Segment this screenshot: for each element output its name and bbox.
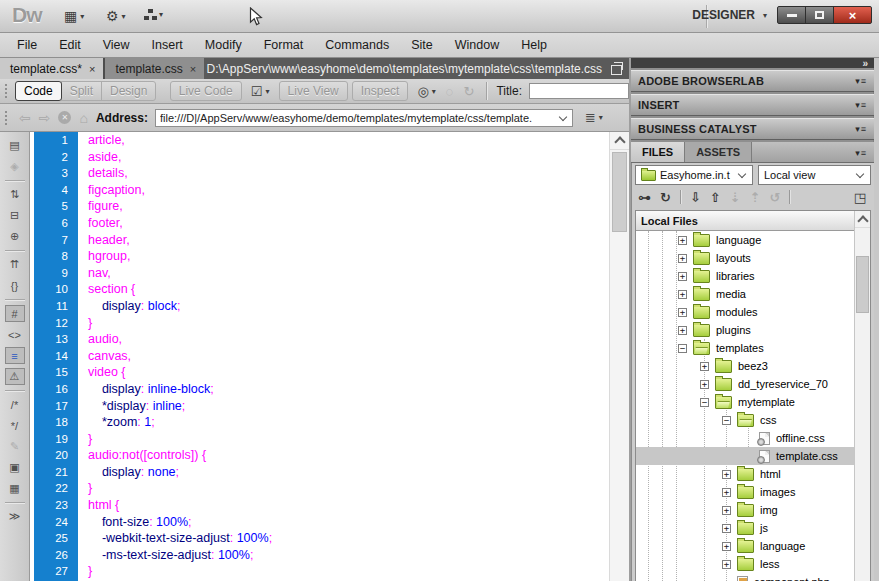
local-files-column-header[interactable]: Local Files — [636, 211, 854, 231]
code-line[interactable]: 20audio:not([controls]) { — [30, 447, 610, 464]
code-line[interactable]: 10section { — [30, 281, 610, 298]
code-line[interactable]: 19} — [30, 431, 610, 448]
panel-business-catalyst[interactable]: BUSINESS CATALYST ▾≡ — [631, 118, 874, 140]
site-select[interactable]: Easyhome.in.t — [635, 165, 753, 185]
collapse-to-icons-button[interactable]: » — [862, 59, 868, 68]
toolbar-grip[interactable] — [4, 110, 9, 126]
restore-document-icon[interactable] — [611, 65, 622, 75]
panel-menu-icon[interactable]: ▾≡ — [855, 148, 867, 158]
panel-insert[interactable]: INSERT ▾≡ — [631, 94, 874, 116]
tree-item-language[interactable]: +language — [636, 537, 854, 555]
scroll-up-button[interactable] — [855, 211, 870, 228]
forward-icon[interactable]: ⇨ — [39, 110, 51, 126]
tree-item-offline-css[interactable]: offline.css — [636, 429, 854, 447]
panel-adobe-browserlab[interactable]: ADOBE BROWSERLAB ▾≡ — [631, 70, 874, 92]
code-line[interactable]: 15video { — [30, 364, 610, 381]
menu-item-help[interactable]: Help — [510, 35, 558, 55]
show-code-navigator-icon[interactable]: ◈ — [5, 158, 25, 175]
tree-expander[interactable]: + — [722, 560, 731, 569]
check-syntax-icon[interactable]: ≡ — [5, 347, 25, 364]
scrollbar-thumb[interactable] — [856, 256, 869, 313]
tab-assets[interactable]: ASSETS — [685, 142, 752, 162]
scrollbar-thumb[interactable] — [612, 152, 627, 232]
tree-expander[interactable]: + — [678, 308, 687, 317]
code-line[interactable]: 13audio, — [30, 331, 610, 348]
close-button[interactable]: × — [833, 6, 872, 24]
move-or-convert-css-icon[interactable]: ▦ — [5, 480, 25, 497]
tree-item-libraries[interactable]: +libraries — [636, 267, 854, 285]
select-parent-tag-icon[interactable]: ⇈ — [5, 256, 25, 273]
menu-item-insert[interactable]: Insert — [141, 35, 194, 55]
menu-item-window[interactable]: Window — [444, 35, 510, 55]
code-line[interactable]: 6footer, — [30, 215, 610, 232]
tree-expander[interactable]: + — [722, 488, 731, 497]
close-tab-icon[interactable]: × — [190, 63, 196, 75]
tree-expander[interactable]: − — [678, 344, 687, 353]
toolbar-grip[interactable] — [4, 83, 9, 99]
syntax-error-alerts-icon[interactable]: ⚠ — [5, 368, 25, 385]
menu-item-file[interactable]: File — [6, 35, 48, 55]
chevron-down-icon[interactable] — [559, 112, 567, 120]
layout-switcher-button[interactable]: ▦▾ — [64, 8, 84, 24]
tree-item-media[interactable]: +media — [636, 285, 854, 303]
tree-expander[interactable]: + — [678, 326, 687, 335]
code-line[interactable]: 21 display: none; — [30, 464, 610, 481]
refresh-design-view-button[interactable]: ↻ — [459, 84, 480, 99]
indent-code-icon[interactable]: ≫ — [5, 508, 25, 525]
validate-markup-button[interactable]: ◌ — [441, 84, 459, 99]
code-line[interactable]: 12} — [30, 315, 610, 332]
balance-braces-icon[interactable]: {} — [5, 277, 25, 294]
code-line[interactable]: 22} — [30, 480, 610, 497]
panel-menu-icon[interactable]: ▾≡ — [855, 76, 867, 86]
code-line[interactable]: 27} — [30, 563, 610, 580]
address-input[interactable] — [160, 112, 557, 124]
code-line[interactable]: 18 *zoom: 1; — [30, 414, 610, 431]
code-line[interactable]: 8hgroup, — [30, 248, 610, 265]
code-line[interactable]: 9nav, — [30, 265, 610, 282]
tree-item-component-php[interactable]: component.php — [636, 573, 854, 581]
tree-expander[interactable]: + — [700, 362, 709, 371]
tree-expander[interactable]: + — [722, 524, 731, 533]
tree-expander[interactable]: + — [678, 272, 687, 281]
split-view-button[interactable]: Split — [61, 81, 102, 101]
tree-item-beez3[interactable]: +beez3 — [636, 357, 854, 375]
code-line[interactable]: 23html { — [30, 497, 610, 514]
code-line[interactable]: 2aside, — [30, 149, 610, 166]
refresh-icon[interactable]: ↻ — [660, 191, 671, 204]
tree-item-js[interactable]: +js — [636, 519, 854, 537]
code-editor[interactable]: 1article,2aside,3details,4figcaption,5fi… — [30, 132, 629, 581]
check-out-files-icon[interactable]: ⇣ — [730, 191, 741, 204]
remove-comment-icon[interactable]: */ — [5, 417, 25, 434]
code-line[interactable]: 16 display: inline-block; — [30, 381, 610, 398]
open-documents-icon[interactable]: ▤ — [5, 137, 25, 154]
code-view-button[interactable]: Code — [15, 81, 62, 101]
menu-item-site[interactable]: Site — [400, 35, 444, 55]
code-line[interactable]: 24 font-size: 100%; — [30, 514, 610, 531]
code-line[interactable]: 4figcaption, — [30, 182, 610, 199]
tree-item-modules[interactable]: +modules — [636, 303, 854, 321]
connect-remote-server-icon[interactable]: ⊶ — [638, 191, 651, 204]
code-line[interactable]: 26 -ms-text-size-adjust: 100%; — [30, 547, 610, 564]
tree-expander[interactable]: − — [700, 398, 709, 407]
menu-item-view[interactable]: View — [92, 35, 141, 55]
scroll-up-button[interactable] — [610, 132, 629, 150]
live-code-button[interactable]: Live Code — [170, 81, 242, 101]
tree-expander[interactable]: + — [722, 542, 731, 551]
code-scrollbar[interactable] — [609, 132, 629, 581]
tree-item-css[interactable]: −css — [636, 411, 854, 429]
code-line[interactable]: 14canvas, — [30, 348, 610, 365]
tab-files[interactable]: FILES — [631, 142, 685, 162]
workspace-switcher[interactable]: DESIGNER ▾ — [692, 8, 767, 22]
edit-code-icon[interactable]: ✎ — [5, 438, 25, 455]
tree-item-less[interactable]: +less — [636, 555, 854, 573]
tree-expander[interactable]: + — [700, 380, 709, 389]
tree-item-language[interactable]: +language — [636, 231, 854, 249]
code-line[interactable]: 5figure, — [30, 198, 610, 215]
tree-item-mytemplate[interactable]: −mytemplate — [636, 393, 854, 411]
back-icon[interactable]: ⇦ — [19, 110, 31, 126]
code-line[interactable]: 17 *display: inline; — [30, 398, 610, 415]
close-tab-icon[interactable]: × — [89, 63, 95, 75]
get-files-icon[interactable]: ⇩ — [690, 191, 701, 204]
view-select[interactable]: Local view — [758, 165, 871, 185]
panel-menu-icon[interactable]: ▾≡ — [855, 124, 867, 134]
